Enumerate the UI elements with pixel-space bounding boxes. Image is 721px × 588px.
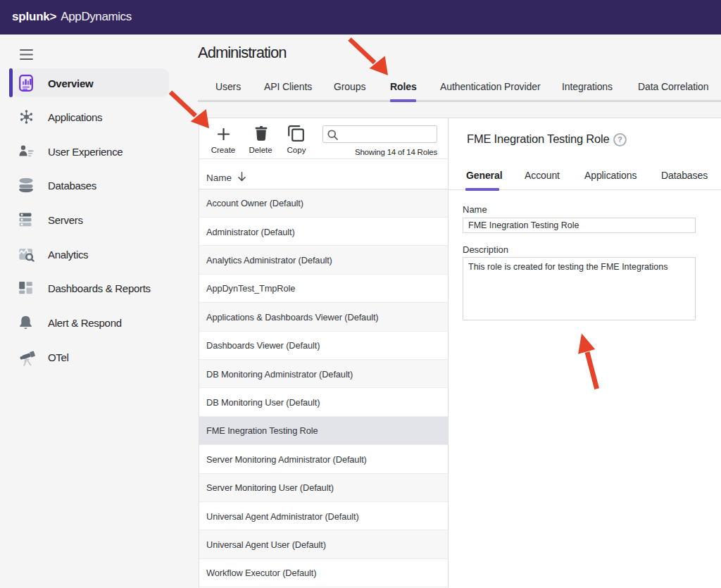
svg-text:?: ? bbox=[617, 135, 622, 144]
